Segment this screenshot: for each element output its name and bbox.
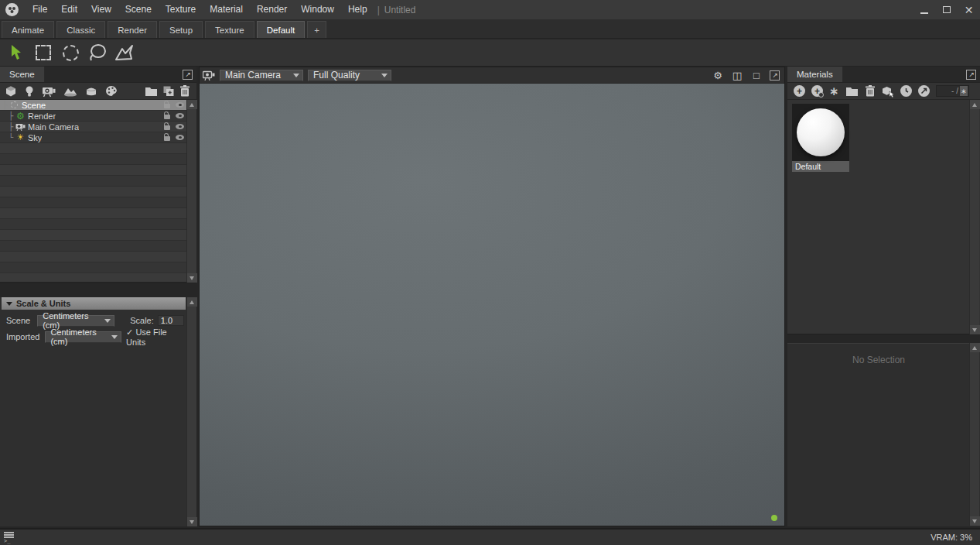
menu-view[interactable]: View xyxy=(84,0,118,19)
scale-units-header[interactable]: Scale & Units xyxy=(2,297,186,310)
scene-tree-scrollbar[interactable] xyxy=(186,100,196,283)
scroll-down-icon[interactable] xyxy=(970,516,980,526)
workspace-tab-animate[interactable]: Animate xyxy=(2,21,54,38)
add-material-button[interactable]: + xyxy=(794,84,805,99)
materials-scrollbar[interactable] xyxy=(969,100,979,334)
add-environment-button[interactable] xyxy=(63,84,77,99)
eye-icon[interactable] xyxy=(176,135,184,140)
camera-select-value: Main Camera xyxy=(225,70,281,81)
menu-texture[interactable]: Texture xyxy=(159,0,203,19)
scroll-down-icon[interactable] xyxy=(970,325,980,334)
group-folder-button[interactable] xyxy=(145,84,158,99)
polygon-lasso-tool[interactable] xyxy=(114,43,135,63)
add-camera-button[interactable] xyxy=(42,84,56,99)
scale-units-scrollbar[interactable] xyxy=(186,297,196,526)
lasso-tool[interactable] xyxy=(87,43,108,63)
region-icon[interactable] xyxy=(750,69,763,81)
add-texture-button[interactable]: ∗ xyxy=(829,84,839,99)
lasso-icon xyxy=(87,43,108,62)
tree-row-main-camera[interactable]: ├ Main Camera xyxy=(0,122,196,132)
trash-icon xyxy=(179,85,190,97)
material-counter-mark: ∗ xyxy=(960,86,968,96)
maximize-button[interactable] xyxy=(935,0,958,19)
menu-window[interactable]: Window xyxy=(294,0,341,19)
add-object-button[interactable] xyxy=(85,84,97,99)
scene-toolbar xyxy=(0,83,196,100)
imported-unit-select[interactable]: Centimeters (cm) xyxy=(45,331,121,343)
navigate-button[interactable] xyxy=(918,84,930,99)
add-geometry-button[interactable] xyxy=(5,84,17,99)
workspace-tab-classic[interactable]: Classic xyxy=(56,21,105,38)
workspace-tab-texture[interactable]: Texture xyxy=(205,21,254,38)
scroll-up-icon[interactable] xyxy=(970,100,980,109)
tree-row-render[interactable]: ├ ⚙ Render xyxy=(0,111,196,121)
chevron-down-icon xyxy=(104,319,111,323)
unlock-icon[interactable] xyxy=(164,104,170,108)
scroll-up-icon[interactable] xyxy=(970,343,980,352)
menu-scene[interactable]: Scene xyxy=(118,0,159,19)
scroll-down-icon[interactable] xyxy=(187,273,197,283)
add-workspace-tab-button[interactable]: + xyxy=(307,21,326,38)
workspace-tab-render[interactable]: Render xyxy=(108,21,157,38)
use-file-units-checkbox[interactable]: ✓ Use File Units xyxy=(126,327,186,347)
materials-library: Default xyxy=(787,100,980,335)
tree-item-label: Sky xyxy=(28,133,42,142)
tree-row-scene[interactable]: ├ Scene xyxy=(0,100,196,110)
tree-row-sky[interactable]: └ ☀ Sky xyxy=(0,132,196,142)
quality-select-value: Full Quality xyxy=(313,70,360,81)
material-folder-button[interactable] xyxy=(845,84,859,99)
workspace-tab-setup[interactable]: Setup xyxy=(159,21,203,38)
menu-material[interactable]: Material xyxy=(203,0,250,19)
unlock-icon[interactable] xyxy=(164,125,170,130)
add-light-button[interactable] xyxy=(25,84,34,99)
menu-help[interactable]: Help xyxy=(341,0,374,19)
scroll-up-icon[interactable] xyxy=(187,100,197,109)
delete-button[interactable] xyxy=(179,84,190,99)
assign-material-button[interactable] xyxy=(882,84,894,99)
select-cursor-tool[interactable] xyxy=(6,43,26,63)
tree-guide: ├ xyxy=(9,122,15,131)
materials-popout-icon[interactable] xyxy=(966,70,976,80)
history-button[interactable] xyxy=(900,84,912,99)
console-toggle-button[interactable]: >_ xyxy=(4,532,14,543)
scroll-down-icon[interactable] xyxy=(187,517,197,526)
viewport-popout-icon[interactable] xyxy=(770,70,780,81)
eye-icon[interactable] xyxy=(176,124,184,129)
quality-select[interactable]: Full Quality xyxy=(308,70,391,81)
marquee-ellipse-tool[interactable] xyxy=(60,43,80,63)
app-logo-icon xyxy=(5,3,19,16)
scroll-up-icon[interactable] xyxy=(187,297,197,307)
scene-panel-tab[interactable]: Scene xyxy=(0,67,45,82)
menu-file[interactable]: File xyxy=(26,0,54,19)
add-material-button[interactable] xyxy=(105,84,118,99)
menu-render[interactable]: Render xyxy=(250,0,294,19)
render-viewport[interactable] xyxy=(200,84,784,526)
eye-icon[interactable] xyxy=(176,113,184,118)
eye-icon[interactable] xyxy=(176,102,184,108)
trash-icon xyxy=(865,85,876,97)
properties-scrollbar[interactable] xyxy=(969,343,979,526)
unlock-icon[interactable] xyxy=(164,136,170,141)
marquee-ellipse-icon xyxy=(63,45,79,61)
camera-select[interactable]: Main Camera xyxy=(220,70,303,81)
add-multi-material-button[interactable]: + xyxy=(811,84,823,99)
scale-input[interactable]: 1.0 xyxy=(158,315,184,326)
viewport-settings-gear-icon[interactable] xyxy=(712,69,724,81)
unlock-icon[interactable] xyxy=(164,115,170,119)
workspace-tab-default[interactable]: Default xyxy=(257,21,305,38)
texture-burst-icon: ∗ xyxy=(829,84,839,98)
minimize-button[interactable] xyxy=(913,0,935,19)
material-name-label: Default xyxy=(792,161,849,172)
environment-rocks-icon xyxy=(63,85,77,97)
delete-material-button[interactable] xyxy=(865,84,876,99)
menu-edit[interactable]: Edit xyxy=(54,0,84,19)
close-button[interactable]: ✕ xyxy=(958,0,980,19)
materials-panel-tab[interactable]: Materials xyxy=(787,67,843,82)
marquee-rectangle-tool[interactable] xyxy=(33,43,53,63)
material-item-default[interactable]: Default xyxy=(792,104,849,172)
duplicate-button[interactable] xyxy=(162,84,175,99)
split-view-icon[interactable] xyxy=(731,69,743,81)
material-counter-field[interactable]: - / ∗ xyxy=(936,85,969,97)
scene-unit-select[interactable]: Centimeters (cm) xyxy=(37,315,114,327)
scene-popout-icon[interactable] xyxy=(183,70,193,80)
